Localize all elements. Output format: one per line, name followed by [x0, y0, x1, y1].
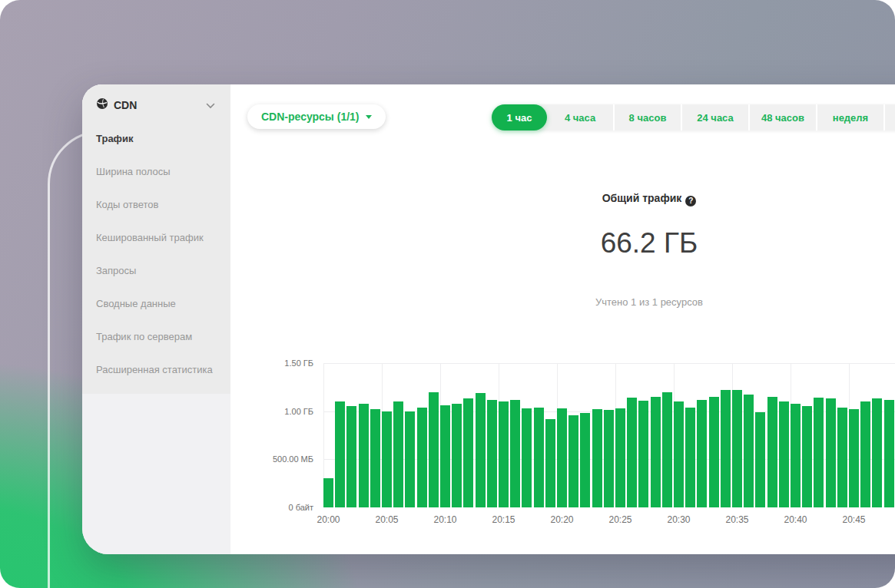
sidebar-item[interactable]: Расширенная статистика [82, 353, 230, 386]
chart-bar[interactable] [522, 408, 532, 507]
chart-bar[interactable] [335, 401, 345, 507]
chart-bar[interactable] [685, 408, 695, 507]
x-axis-label: 20:25 [608, 514, 631, 525]
chart-bar[interactable] [487, 400, 497, 507]
chart-bar[interactable] [744, 395, 754, 507]
sidebar-item[interactable]: Коды ответов [82, 188, 230, 221]
chart-bar[interactable] [791, 404, 801, 507]
chart-bar[interactable] [405, 411, 415, 507]
chart-bar[interactable] [440, 405, 450, 507]
chart-bar[interactable] [872, 398, 882, 507]
chart-bar[interactable] [767, 397, 777, 507]
chart-bar[interactable] [779, 401, 789, 507]
chart-bar[interactable] [721, 390, 731, 507]
sidebar-item[interactable]: Сводные данные [82, 287, 230, 320]
y-axis-label: 1.50 ГБ [284, 358, 313, 368]
content-area: CDN-ресурсы (1/1) 1 час4 часа8 часов24 ч… [230, 84, 895, 554]
chart-bar[interactable] [323, 478, 333, 507]
y-axis-label: 500.00 МБ [273, 454, 313, 464]
chart-bar[interactable] [592, 409, 602, 507]
sidebar: CDN ТрафикШирина полосыКоды ответовКешир… [82, 84, 230, 554]
x-axis-label: 20:45 [842, 514, 865, 525]
chart-bar[interactable] [860, 401, 870, 507]
gridline-horizontal [323, 363, 895, 364]
chart-bar[interactable] [557, 408, 567, 507]
chart-bar[interactable] [359, 404, 369, 507]
y-axis-label: 0 байт [288, 503, 313, 512]
chart-bar[interactable] [732, 390, 742, 507]
chart-bar[interactable] [627, 398, 637, 507]
chart-bar[interactable] [615, 408, 625, 507]
x-axis-label: 20:15 [492, 514, 515, 525]
x-axis-label: 20:35 [725, 514, 748, 525]
chart-bar[interactable] [463, 398, 473, 507]
chart-bar[interactable] [370, 409, 380, 507]
x-axis-label: 20:00 [317, 514, 340, 525]
chart-bar[interactable] [452, 404, 462, 507]
sidebar-item[interactable]: Трафик по серверам [82, 320, 230, 353]
chart-bar[interactable] [417, 408, 427, 507]
chart-bar[interactable] [393, 401, 403, 507]
chart-bar[interactable] [382, 411, 392, 507]
chart-bar[interactable] [837, 408, 847, 507]
chart-bar[interactable] [604, 410, 614, 507]
stats-title-row: Общий трафик? [230, 192, 895, 206]
chart-bar[interactable] [651, 397, 661, 507]
chart-bar[interactable] [346, 406, 356, 507]
stats-title: Общий трафик [602, 192, 682, 204]
chart-bar[interactable] [580, 413, 590, 507]
chart-bar[interactable] [826, 398, 836, 507]
chart-bar[interactable] [697, 400, 707, 507]
y-axis-label: 1.00 ГБ [284, 407, 313, 416]
chart-bar[interactable] [510, 400, 520, 507]
chevron-down-icon [206, 98, 215, 112]
sidebar-item[interactable]: Трафик [82, 122, 230, 155]
sidebar-section-label: CDN [114, 99, 137, 111]
chart-bar[interactable] [638, 401, 648, 507]
x-axis-label: 20:05 [375, 514, 398, 525]
sidebar-item[interactable]: Ширина полосы [82, 155, 230, 188]
x-axis-label: 20:30 [667, 514, 690, 525]
globe-icon [96, 97, 108, 113]
chart-bar[interactable] [849, 409, 859, 507]
chart-bar[interactable] [884, 400, 894, 507]
x-axis-label: 20:40 [784, 514, 807, 525]
traffic-chart: 0 байт500.00 МБ1.00 ГБ1.50 ГБ20:0020:052… [323, 363, 895, 507]
sidebar-section-cdn[interactable]: CDN [82, 84, 230, 122]
chart-bar[interactable] [709, 397, 719, 507]
traffic-stats: Общий трафик? 66.2 ГБ Учтено 1 из 1 ресу… [230, 84, 895, 338]
x-axis-label: 20:20 [550, 514, 573, 525]
sidebar-menu: CDN ТрафикШирина полосыКоды ответовКешир… [82, 84, 230, 394]
chart-bar[interactable] [534, 408, 544, 507]
resources-counted-note: Учтено 1 из 1 ресурсов [230, 296, 895, 308]
app-window: CDN ТрафикШирина полосыКоды ответовКешир… [82, 84, 895, 554]
chart-bar[interactable] [814, 398, 824, 507]
sidebar-item[interactable]: Кешированный трафик [82, 221, 230, 254]
total-traffic-value: 66.2 ГБ [230, 227, 895, 259]
sidebar-item[interactable]: Запросы [82, 254, 230, 287]
chart-bar[interactable] [499, 401, 509, 507]
chart-bar[interactable] [429, 392, 439, 507]
sidebar-nav: ТрафикШирина полосыКоды ответовКеширован… [82, 122, 230, 386]
chart-bar[interactable] [674, 401, 684, 507]
chart-bar[interactable] [755, 412, 765, 507]
screen-background: CDN ТрафикШирина полосыКоды ответовКешир… [0, 0, 895, 588]
chart-bar[interactable] [476, 393, 486, 507]
help-icon[interactable]: ? [685, 196, 696, 206]
x-axis-label: 20:10 [433, 514, 456, 525]
chart-bar[interactable] [662, 392, 672, 507]
chart-bar[interactable] [802, 406, 812, 507]
chart-bar[interactable] [568, 415, 578, 507]
chart-bar[interactable] [545, 419, 555, 507]
